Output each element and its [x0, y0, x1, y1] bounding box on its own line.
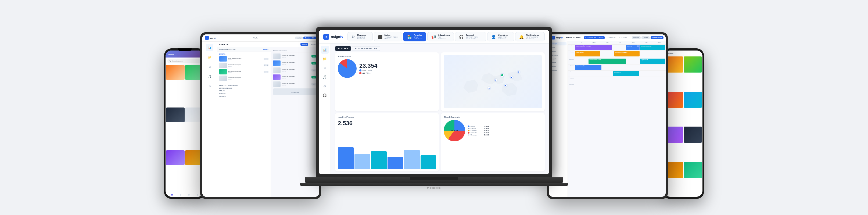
media-info-4: Nombre de la carpeta 00:00:11: [228, 77, 269, 80]
players-tab-reseller[interactable]: PLAYERS RESELLER: [352, 46, 380, 51]
calendar-grid: L 10 M 11 X 12 J 13 V 14 S 15 D 16 Lun.: [568, 41, 665, 197]
cal-save-exit-btn[interactable]: Guardar y Salir: [651, 36, 663, 39]
delete-icon-3[interactable]: ✕: [266, 71, 269, 73]
cal-day-6: D 16: [653, 41, 665, 44]
edit-icon-2[interactable]: ✏: [264, 64, 266, 66]
add-content-btn[interactable]: + Añadir: [263, 49, 269, 50]
laptop-base: [305, 177, 563, 183]
cal-day-4: V 14: [627, 41, 640, 44]
media-info-3: Nombre de la carpeta 00:00:13: [228, 70, 262, 73]
edit-icon-3[interactable]: ✏: [264, 71, 266, 73]
cal-event-teal-vie[interactable]: CONTENIDO...: [613, 71, 639, 76]
cloud-content-area: 13.5GB Active 3.5GB: [444, 120, 542, 141]
phone-left: pixabay 🔍 Buscar imágenes...: [164, 49, 206, 199]
nav-manager-labels: Manager CONTENT MANAGER: [357, 34, 368, 39]
app-main: PLAYERS PLAYERS RESELLER Total Players: [331, 43, 549, 174]
cal-cells-lun: PROGRAMACIÓN PRINCIPAL MEETING ↑↓ MEETIN…: [575, 44, 665, 51]
nav-user-area[interactable]: 👤 User Area USER AREA MANAGER: [487, 32, 514, 41]
cal-event-orange-mar[interactable]: C+Q SEMANA...: [575, 51, 600, 56]
players-pie-chart: [338, 59, 356, 78]
storage-val-1: 2.2GB: [481, 128, 489, 129]
nav-notifications[interactable]: 🔔 Notifications NOTIFICATIONS MANAGER: [515, 32, 545, 41]
players-tab-all[interactable]: PLAYERS: [335, 46, 351, 51]
media-duration-1: 00:00:17: [228, 59, 262, 60]
right-content-list: Nombre de la carpeta Nombre de la carpet…: [273, 50, 317, 87]
cal-tab-templates[interactable]: PLANTILLAS: [618, 36, 628, 39]
nav-dot-3[interactable]: [188, 194, 190, 196]
phone-right: Recetas: [662, 49, 704, 199]
media-info-1: Video prueba global i... 00:00:17: [228, 58, 262, 60]
nav-dot-2[interactable]: [180, 194, 181, 196]
bar-2: [354, 154, 370, 169]
tab-nacional[interactable]: Nacional: [301, 43, 308, 46]
calendar-header: n nsigntv Nombre de Familia PROGRAMACIÓN…: [549, 34, 665, 41]
nav-support[interactable]: 🎧 Support CONTACT WITH YOUR AGENT: [455, 32, 486, 41]
playlist-right-panel: Nombre de la carpeta Nombre de la carpet…: [271, 47, 319, 197]
sidebar-music-icon[interactable]: 🎵: [206, 73, 213, 80]
section-label-3: TABLAS: [219, 90, 269, 92]
cal-event-teal-lun[interactable]: MEETING SEMANA...: [640, 45, 665, 50]
sidebar-icon-support[interactable]: 🎧: [321, 91, 329, 99]
sidebar-gear-icon[interactable]: ⚙: [206, 83, 213, 90]
meeting-row: MEETING ↑↓: [627, 45, 639, 47]
sidebar-icon-dashboard[interactable]: 📊: [321, 46, 329, 54]
nav-manager[interactable]: ⚙ Manager CONTENT MANAGER: [347, 32, 372, 41]
nav-reseller[interactable]: 🏪 Reseller SALE MANAGER: [403, 32, 426, 41]
tablet-left-screen: n nsigntv Playlist Inactiv Guardar y Sal…: [203, 34, 319, 197]
media-thumb-3: [219, 69, 227, 74]
cal-time-jue: Jueves: [568, 64, 575, 66]
cal-save-btn[interactable]: Guardar: [642, 36, 650, 39]
sidebar-dashboard-icon[interactable]: 📊: [206, 44, 213, 51]
nav-advertising[interactable]: 📢 Advertising ADS MANAGER: [427, 32, 454, 41]
user-title: User Area: [498, 34, 510, 36]
cal-tab-calendar[interactable]: CALENDARIO: [606, 36, 617, 39]
sidebar-icon-settings[interactable]: ⚙: [321, 82, 329, 90]
app-logo-text: nsigntv: [331, 35, 343, 39]
media-icons-1: ✏ ✕: [264, 58, 269, 60]
nav-dot-1[interactable]: [171, 194, 173, 196]
cal-tab-weekly[interactable]: PROGRAMACIÓN SEMANAL: [584, 36, 604, 39]
sidebar-icon-music[interactable]: 🎵: [321, 73, 329, 81]
reseller-title: Reseller: [414, 34, 422, 36]
cal-event-content-mar[interactable]: CONTENIDO SEMANA...: [614, 51, 640, 56]
nav-maker-labels: Maker TUMBLER VIDEO MAKER: [384, 34, 398, 39]
players-details: 23.354 483 Online 48: [359, 62, 436, 75]
right-info-1: Nombre de la carpeta 00:00:15: [282, 55, 310, 58]
inactiv-button[interactable]: Inactiv: [295, 36, 303, 39]
cal-cancel-btn[interactable]: Cancelar: [632, 36, 641, 39]
map-dot-5: [488, 87, 490, 89]
map-dot-3: [505, 84, 507, 87]
cal-empty-vie-1: [575, 71, 613, 76]
sidebar-screen-icon[interactable]: 🖥: [206, 63, 213, 71]
cal-event-green-mie[interactable]: CONTENIDO SEMANA...: [589, 59, 626, 64]
cal-time-mar: Martes: [568, 51, 575, 53]
bar-chart: [338, 147, 436, 169]
delete-icon-2[interactable]: ✕: [266, 64, 269, 66]
cal-event-prog-principal[interactable]: PROGRAMACIÓN PRINCIPAL: [575, 45, 612, 50]
sidebar-icon-screen[interactable]: 🖥: [321, 64, 329, 72]
cal-day-2: X 12: [600, 41, 614, 44]
section-label-4: PLAYERS: [219, 92, 269, 95]
cal-rows: Lun. PROGRAMACIÓN PRINCIPAL MEETING ↑↓: [568, 44, 665, 197]
edit-icon[interactable]: ✏: [264, 58, 266, 60]
cal-event-teal-mie[interactable]: C+Q SEMANA...: [640, 59, 665, 64]
cal-cells-mar: C+Q SEMANA... CONTENIDO SEMANA...: [575, 51, 665, 57]
sidebar-folder-icon[interactable]: 📁: [206, 54, 213, 61]
user-area-icon: 👤: [491, 35, 496, 39]
nav-dot-4[interactable]: [197, 194, 198, 196]
phone-search-bar[interactable]: 🔍 Buscar imágenes...: [167, 59, 203, 63]
delete-icon[interactable]: ✕: [266, 58, 269, 60]
notifications-title: Notifications: [526, 34, 541, 36]
cal-day-5: S 15: [640, 41, 652, 44]
cal-event-blue-jue[interactable]: PROGRAMACIÓN...: [575, 65, 601, 70]
sidebar-icon-folder[interactable]: 📁: [321, 55, 329, 63]
cal-row-mie: Miércoles CONTENIDO SEMANA... C+Q SEMANA…: [568, 58, 665, 64]
bar-chart-area: [338, 129, 436, 169]
nav-maker[interactable]: ⬛ Maker TUMBLER VIDEO MAKER: [374, 32, 402, 41]
cal-empty-vie-2: [639, 71, 665, 76]
laptop-foot: [300, 183, 568, 186]
cal-event-meeting-lun[interactable]: MEETING ↑↓: [626, 45, 640, 50]
image-dark-salad: [166, 108, 185, 122]
right-thumb-1: [273, 54, 281, 59]
dashboard-grid: Total Players 23.354 483 Online: [331, 53, 549, 174]
